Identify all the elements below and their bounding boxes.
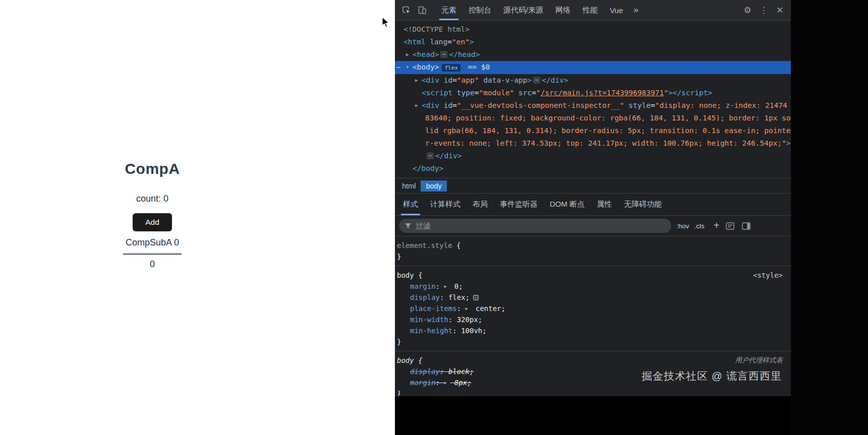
- tag-token: </body>: [413, 164, 443, 172]
- dom-tree-node[interactable]: ▶<head>⋯</head>: [395, 48, 791, 61]
- style-line: }: [395, 251, 791, 262]
- text-token: =: [447, 38, 452, 46]
- subtab-properties[interactable]: 属性: [591, 194, 618, 215]
- watermark: 掘金技术社区 @ 谎言西西里: [642, 369, 782, 383]
- attribute-name-token: data-v-app: [483, 76, 527, 84]
- new-style-rule-button[interactable]: +: [714, 220, 720, 231]
- css-selector: body: [397, 356, 414, 364]
- body-style-rule: <style>body {margin: ▶ 0;display: flex;p…: [395, 266, 791, 351]
- inline-expand-button[interactable]: ⋯: [440, 51, 447, 58]
- text-token: :: [436, 379, 444, 387]
- screen: CompA count: 0 Add CompSubA 0 0: [0, 0, 868, 435]
- flex-badge[interactable]: flex: [442, 64, 460, 72]
- styles-filter-input[interactable]: 过滤: [399, 219, 671, 233]
- styles-tab-bar: 样式 计算样式 布局 事件监听器 DOM 断点 属性 无障碍功能: [395, 193, 791, 216]
- dom-tree-node[interactable]: <html lang="en">: [395, 36, 791, 48]
- breadcrumb-body[interactable]: body: [421, 180, 446, 192]
- node-options-icon[interactable]: ⋯: [396, 61, 400, 74]
- css-property-value[interactable]: 0;: [450, 282, 462, 290]
- css-property-name[interactable]: margin: [410, 282, 436, 290]
- attribute-name-token: style: [628, 101, 651, 109]
- toggle-hover-state-button[interactable]: :hov: [676, 222, 689, 230]
- style-source-link[interactable]: <style>: [753, 270, 783, 281]
- css-property-name[interactable]: min-height: [410, 327, 452, 335]
- css-property-value[interactable]: 320px;: [457, 316, 483, 324]
- subtab-styles[interactable]: 样式: [397, 194, 424, 215]
- css-property-value[interactable]: center;: [472, 304, 505, 313]
- css-property-name[interactable]: place-items: [410, 304, 457, 313]
- styles-filter-bar: 过滤 :hov .cls +: [395, 216, 791, 236]
- dom-tree-node[interactable]: <script type="module" src="/src/main.js?…: [395, 87, 791, 99]
- css-property-value[interactable]: 8px;: [450, 379, 471, 387]
- breadcrumb: html body: [395, 178, 791, 193]
- subtab-dom-breakpoints[interactable]: DOM 断点: [544, 194, 591, 215]
- css-property-name[interactable]: margin: [410, 379, 436, 387]
- attribute-name-token: id: [444, 76, 452, 84]
- tag-token: >: [470, 38, 474, 46]
- tab-network[interactable]: 网络: [549, 0, 576, 20]
- inline-expand-button[interactable]: ⋯: [533, 77, 540, 84]
- expand-arrow-icon[interactable]: ▶: [406, 48, 413, 61]
- tab-vue[interactable]: Vue: [604, 0, 629, 20]
- tab-elements[interactable]: 元素: [435, 0, 462, 20]
- tab-performance[interactable]: 性能: [576, 0, 604, 20]
- text-token: {: [414, 271, 423, 279]
- inspect-icon: [401, 6, 411, 15]
- subtab-layout[interactable]: 布局: [467, 194, 494, 215]
- text-token: {: [414, 356, 423, 364]
- expand-arrow-icon[interactable]: ▶: [444, 281, 450, 292]
- css-property-value[interactable]: flex;: [448, 293, 470, 301]
- add-button[interactable]: Add: [133, 213, 172, 231]
- mouse-cursor: [382, 17, 393, 29]
- more-tabs-button[interactable]: »: [629, 0, 643, 20]
- style-line: }: [395, 336, 791, 347]
- subtab-event-listeners[interactable]: 事件监听器: [494, 194, 544, 215]
- dom-tree-node[interactable]: ⋯▼<body>flex == $0: [395, 61, 791, 74]
- expand-arrow-icon[interactable]: ▶: [415, 99, 422, 112]
- expand-arrow-icon[interactable]: ▶: [466, 303, 472, 314]
- settings-gear-icon[interactable]: ⚙: [739, 2, 756, 18]
- tab-sources[interactable]: 源代码/来源: [497, 0, 549, 20]
- expand-arrow-icon[interactable]: ▼: [406, 61, 413, 74]
- tag-token: </head>: [449, 50, 480, 58]
- device-toolbar-button[interactable]: [414, 2, 430, 18]
- doctype-token: <!DOCTYPE html>: [403, 25, 470, 33]
- dom-tree-node[interactable]: ▶<div id="__vue-devtools-component-inspe…: [395, 99, 791, 162]
- breadcrumb-html[interactable]: html: [397, 180, 421, 192]
- flex-editor-icon[interactable]: [473, 295, 479, 300]
- tag-token: <div: [422, 76, 444, 84]
- kebab-menu-icon[interactable]: ⋮: [756, 2, 772, 18]
- tag-token: <html: [403, 38, 430, 46]
- css-property-value[interactable]: 100vh;: [461, 327, 487, 335]
- css-property-name[interactable]: display: [410, 367, 440, 376]
- css-property-value[interactable]: block;: [448, 367, 474, 376]
- expand-arrow-icon[interactable]: ▶: [415, 74, 422, 87]
- style-line: 用户代理样式表body {: [395, 355, 791, 366]
- expand-arrow-icon[interactable]: ▶: [444, 377, 450, 388]
- source-url-link[interactable]: /src/main.js?t=1743996983971: [541, 89, 664, 97]
- divider: [123, 254, 182, 255]
- toggle-sidebar-button[interactable]: [740, 221, 751, 231]
- vue-app-content: CompA count: 0 Add CompSubA 0 0: [123, 160, 182, 270]
- subtab-accessibility[interactable]: 无障碍功能: [618, 194, 668, 215]
- tag-token: <body>: [413, 63, 439, 71]
- close-devtools-icon[interactable]: ✕: [772, 2, 788, 18]
- dom-tree-node[interactable]: ▶<div id="app" data-v-app>⋯</div>: [395, 74, 791, 87]
- screen-right-padding: [791, 0, 868, 435]
- subtab-computed[interactable]: 计算样式: [424, 194, 467, 215]
- attribute-name-token: type: [457, 89, 475, 97]
- inspect-element-button[interactable]: [398, 2, 414, 18]
- toggle-class-button[interactable]: .cls: [695, 222, 705, 230]
- css-property-name[interactable]: display: [410, 293, 440, 301]
- doctype-token: element.style: [397, 241, 452, 250]
- css-property-name[interactable]: min-width: [410, 316, 448, 324]
- tag-token: <div: [422, 101, 444, 109]
- devtools-panel: 元素 控制台 源代码/来源 网络 性能 Vue » ⚙ ⋮ ✕ <!DOCTYP…: [395, 0, 791, 435]
- dom-tree-node[interactable]: </body>: [395, 162, 791, 175]
- style-line: margin: ▶ 0;: [395, 281, 791, 292]
- tab-console[interactable]: 控制台: [462, 0, 497, 20]
- inline-expand-button[interactable]: ⋯: [427, 152, 434, 159]
- styles-options-button[interactable]: [724, 221, 735, 231]
- dom-tree-node[interactable]: <!DOCTYPE html>: [395, 23, 791, 36]
- devtools-bottom-area: [395, 396, 791, 435]
